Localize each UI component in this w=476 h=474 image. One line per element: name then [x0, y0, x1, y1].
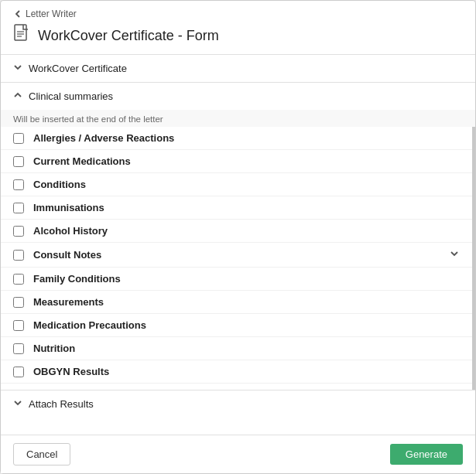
- list-item: Measurements: [1, 291, 472, 314]
- page-title-text: WorkCover Certificate - Form: [38, 28, 219, 44]
- measurements-checkbox[interactable]: [13, 297, 24, 308]
- attach-results-chevron-icon: [13, 398, 22, 410]
- workcover-chevron-icon: [13, 63, 22, 74]
- obstetrics-dropdown-icon[interactable]: [449, 389, 460, 390]
- list-item: Nutrition: [1, 337, 472, 360]
- allergies-checkbox[interactable]: [13, 133, 24, 144]
- attach-results-label: Attach Results: [29, 398, 94, 410]
- clinical-section: Clinical summaries Will be inserted at t…: [1, 83, 475, 390]
- clinical-section-content: Will be inserted at the end of the lette…: [1, 110, 475, 390]
- list-item: Immunisations: [1, 196, 472, 220]
- workcover-section-label: WorkCover Certificate: [29, 63, 127, 74]
- list-item: Allergies / Adverse Reactions: [1, 127, 472, 150]
- page-title: WorkCover Certificate - Form: [13, 24, 463, 48]
- medications-checkbox[interactable]: [13, 156, 24, 167]
- clinical-chevron-icon: [13, 90, 22, 102]
- clinical-header[interactable]: Clinical summaries: [1, 83, 475, 110]
- measurements-label: Measurements: [33, 296, 460, 308]
- back-arrow-icon: [13, 9, 22, 19]
- family-checkbox[interactable]: [13, 274, 24, 285]
- alcohol-label: Alcohol History: [33, 225, 460, 237]
- workcover-header[interactable]: WorkCover Certificate: [1, 55, 475, 82]
- nutrition-label: Nutrition: [33, 343, 460, 354]
- list-item: Medication Precautions: [1, 314, 472, 337]
- attach-results-section: Attach Results: [1, 390, 475, 418]
- list-item: OBGYN Results: [1, 360, 472, 384]
- nutrition-checkbox[interactable]: [13, 343, 24, 354]
- generate-button[interactable]: Generate: [390, 444, 463, 465]
- modal-body: WorkCover Certificate Clinical summaries…: [1, 55, 475, 435]
- conditions-checkbox[interactable]: [13, 179, 24, 190]
- family-label: Family Conditions: [33, 273, 460, 285]
- consult-dropdown-icon[interactable]: [449, 248, 460, 261]
- modal-header: Letter Writer WorkCover Certificate - Fo…: [1, 1, 475, 55]
- clinical-section-label: Clinical summaries: [29, 90, 113, 102]
- medications-label: Current Medications: [33, 155, 460, 167]
- back-link[interactable]: Letter Writer: [13, 9, 463, 19]
- immunisations-checkbox[interactable]: [13, 203, 24, 213]
- list-item: Alcohol History: [1, 220, 472, 243]
- immunisations-label: Immunisations: [33, 202, 460, 213]
- cancel-button[interactable]: Cancel: [13, 443, 70, 465]
- medication-prec-label: Medication Precautions: [33, 319, 460, 331]
- hint-text: Will be inserted at the end of the lette…: [1, 110, 475, 127]
- obgyn-checkbox[interactable]: [13, 367, 24, 377]
- conditions-label: Conditions: [33, 179, 460, 190]
- modal-container: Letter Writer WorkCover Certificate - Fo…: [0, 0, 476, 474]
- list-item: Current Medications: [1, 150, 472, 173]
- consult-checkbox[interactable]: [13, 250, 24, 261]
- back-link-label: Letter Writer: [26, 9, 77, 19]
- list-item: Family Conditions: [1, 268, 472, 291]
- svg-rect-0: [15, 25, 26, 40]
- list-item: Obstetrics: [1, 384, 472, 390]
- allergies-label: Allergies / Adverse Reactions: [33, 132, 460, 144]
- document-icon: [13, 24, 30, 48]
- clinical-items-list: Allergies / Adverse Reactions Current Me…: [1, 127, 475, 390]
- attach-results-header[interactable]: Attach Results: [1, 390, 475, 418]
- medication-prec-checkbox[interactable]: [13, 320, 24, 331]
- consult-label: Consult Notes: [33, 249, 449, 261]
- list-item: Conditions: [1, 173, 472, 196]
- list-item: Consult Notes: [1, 243, 472, 268]
- modal-footer: Cancel Generate: [1, 435, 475, 473]
- workcover-section: WorkCover Certificate: [1, 55, 475, 83]
- alcohol-checkbox[interactable]: [13, 226, 24, 237]
- obgyn-label: OBGYN Results: [33, 366, 460, 377]
